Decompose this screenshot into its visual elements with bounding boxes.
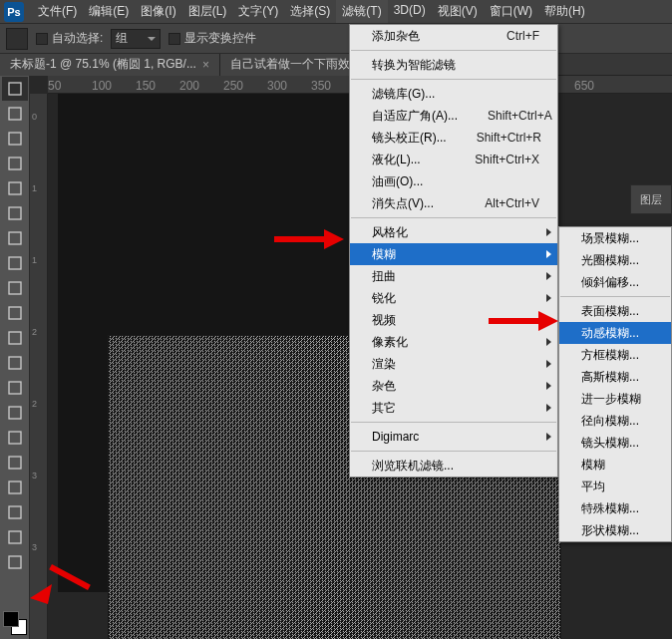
close-icon[interactable]: × <box>202 58 209 72</box>
submenu-arrow-icon <box>546 404 551 412</box>
eyedrop-tool[interactable] <box>2 201 28 225</box>
menu-选择[interactable]: 选择(S) <box>284 0 336 23</box>
menu-item[interactable]: 倾斜偏移... <box>559 271 671 293</box>
submenu-arrow-icon <box>546 360 551 368</box>
submenu-arrow-icon <box>546 433 551 441</box>
menu-item[interactable]: 风格化 <box>350 221 557 243</box>
hand-tool[interactable] <box>2 525 28 549</box>
menu-item[interactable]: 形状模糊... <box>559 519 671 541</box>
menu-item[interactable]: 锐化 <box>350 287 557 309</box>
menu-item[interactable]: 转换为智能滤镜 <box>350 54 557 76</box>
gradient-tool[interactable] <box>2 351 28 375</box>
menu-item[interactable]: 其它 <box>350 397 557 419</box>
menu-item[interactable]: Digimarc <box>350 426 557 448</box>
menu-item[interactable]: 模糊 <box>559 454 671 476</box>
menu-item[interactable]: 视频 <box>350 309 557 331</box>
menu-item[interactable]: 进一步模糊 <box>559 388 671 410</box>
menu-item[interactable]: 表面模糊... <box>559 300 671 322</box>
svg-rect-2 <box>9 133 21 145</box>
svg-rect-10 <box>9 332 21 344</box>
color-swatches[interactable] <box>3 611 27 635</box>
menu-separator <box>351 422 556 423</box>
eraser-tool[interactable] <box>2 326 28 350</box>
svg-rect-7 <box>9 257 21 269</box>
menu-item[interactable]: 镜头模糊... <box>559 432 671 454</box>
stamp-tool[interactable] <box>2 276 28 300</box>
menu-item[interactable]: 像素化 <box>350 331 557 353</box>
submenu-arrow-icon <box>546 272 551 280</box>
menu-separator <box>351 217 556 218</box>
menu-图层[interactable]: 图层(L) <box>182 0 233 23</box>
menu-item[interactable]: 镜头校正(R)...Shift+Ctrl+R <box>350 127 557 149</box>
zoom-tool[interactable] <box>2 550 28 574</box>
menu-3D[interactable]: 3D(D) <box>388 0 432 23</box>
menu-item[interactable]: 动感模糊... <box>559 322 671 344</box>
submenu-arrow-icon <box>546 338 551 346</box>
submenu-arrow-icon <box>546 228 551 236</box>
chevron-down-icon <box>148 37 156 41</box>
svg-rect-13 <box>9 407 21 419</box>
group-dropdown[interactable]: 组 <box>111 29 161 49</box>
blur-submenu: 场景模糊...光圈模糊...倾斜偏移...表面模糊...动感模糊...方框模糊.… <box>558 226 672 542</box>
menu-item[interactable]: 场景模糊... <box>559 227 671 249</box>
menu-separator <box>560 296 670 297</box>
crop-tool[interactable] <box>2 176 28 200</box>
menu-item[interactable]: 杂色 <box>350 375 557 397</box>
patch-tool[interactable] <box>2 226 28 250</box>
svg-rect-11 <box>9 357 21 369</box>
svg-rect-8 <box>9 282 21 294</box>
menu-item[interactable]: 方框模糊... <box>559 344 671 366</box>
menu-item[interactable]: 光圈模糊... <box>559 249 671 271</box>
menu-帮助[interactable]: 帮助(H) <box>538 0 591 23</box>
pen-tool[interactable] <box>2 426 28 450</box>
menu-item[interactable]: 自适应广角(A)...Shift+Ctrl+A <box>350 105 557 127</box>
menu-item[interactable]: 特殊模糊... <box>559 497 671 519</box>
layers-panel-tab[interactable]: 图层 <box>630 184 672 214</box>
marquee-tool[interactable] <box>2 102 28 126</box>
svg-rect-19 <box>9 556 21 568</box>
history-tool[interactable] <box>2 301 28 325</box>
menu-item[interactable]: 消失点(V)...Alt+Ctrl+V <box>350 192 557 214</box>
document-tab[interactable]: 未标题-1 @ 75.1% (椭圆 1, RGB/...× <box>0 54 220 76</box>
menu-item[interactable]: 模糊 <box>350 243 557 265</box>
rect-tool[interactable] <box>2 500 28 524</box>
menu-item[interactable]: 径向模糊... <box>559 410 671 432</box>
menu-item[interactable]: 滤镜库(G)... <box>350 83 557 105</box>
path-tool[interactable] <box>2 476 28 499</box>
fg-color-swatch[interactable] <box>3 611 19 627</box>
auto-select-check[interactable]: 自动选择: <box>36 30 103 47</box>
svg-rect-3 <box>9 158 21 169</box>
menu-编辑[interactable]: 编辑(E) <box>83 0 135 23</box>
move-tool-icon[interactable] <box>6 28 28 50</box>
move-tool[interactable] <box>2 77 28 101</box>
menu-视图[interactable]: 视图(V) <box>432 0 484 23</box>
menubar: Ps 文件(F)编辑(E)图像(I)图层(L)文字(Y)选择(S)滤镜(T)3D… <box>0 0 672 24</box>
menu-图像[interactable]: 图像(I) <box>135 0 181 23</box>
svg-rect-18 <box>9 531 21 543</box>
menu-item[interactable]: 扭曲 <box>350 265 557 287</box>
blur-tool[interactable] <box>2 376 28 400</box>
menu-item[interactable]: 平均 <box>559 476 671 497</box>
menu-窗口[interactable]: 窗口(W) <box>484 0 538 23</box>
wand-tool[interactable] <box>2 152 28 175</box>
show-transform-check[interactable]: 显示变换控件 <box>168 30 256 47</box>
lasso-tool[interactable] <box>2 127 28 151</box>
menu-滤镜[interactable]: 滤镜(T) <box>336 0 387 23</box>
svg-rect-17 <box>9 506 21 518</box>
menu-separator <box>351 451 556 452</box>
menu-item[interactable]: 渲染 <box>350 353 557 375</box>
svg-rect-5 <box>9 207 21 219</box>
brush-tool[interactable] <box>2 251 28 275</box>
ruler-vertical: 0112233 <box>30 94 48 639</box>
menu-item[interactable]: 浏览联机滤镜... <box>350 455 557 477</box>
menu-item[interactable]: 液化(L)...Shift+Ctrl+X <box>350 149 557 170</box>
dodge-tool[interactable] <box>2 401 28 425</box>
menu-文件[interactable]: 文件(F) <box>32 0 83 23</box>
menu-item[interactable]: 油画(O)... <box>350 170 557 192</box>
menu-文字[interactable]: 文字(Y) <box>232 0 284 23</box>
filter-menu: 添加杂色Ctrl+F转换为智能滤镜滤镜库(G)...自适应广角(A)...Shi… <box>349 24 558 478</box>
menu-separator <box>351 50 556 51</box>
type-tool[interactable] <box>2 451 28 475</box>
menu-item[interactable]: 添加杂色Ctrl+F <box>350 25 557 47</box>
menu-item[interactable]: 高斯模糊... <box>559 366 671 388</box>
